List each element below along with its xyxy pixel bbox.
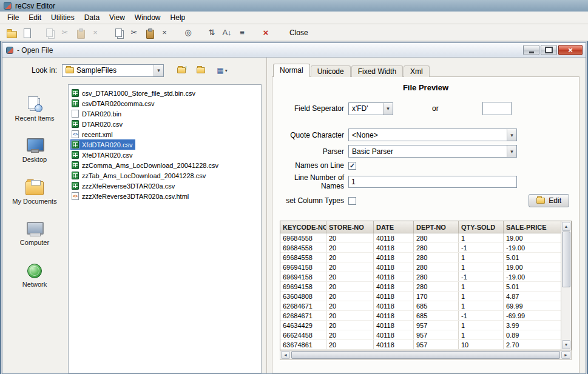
sort-icon[interactable]: A↓ <box>220 25 234 40</box>
view-menu-button[interactable]: ▦ ▾ <box>212 64 232 77</box>
table-row[interactable]: 636748612040118957102.70 <box>280 340 561 350</box>
paste-record-icon[interactable] <box>142 25 157 40</box>
tab-normal[interactable]: Normal <box>273 64 310 77</box>
chevron-down-icon[interactable]: ▾ <box>507 129 516 141</box>
record-layout-icon[interactable]: ≡ <box>235 25 249 40</box>
parser-combobox[interactable]: Basic Parser ▾ <box>348 145 517 158</box>
minimize-button[interactable] <box>523 45 539 55</box>
table-cell: 66624458 <box>280 330 326 339</box>
place-documents[interactable]: My Documents <box>4 176 66 209</box>
open-file-icon[interactable] <box>4 25 18 40</box>
menu-data[interactable]: Data <box>79 12 104 24</box>
scroll-down-icon[interactable]: ▼ <box>562 340 570 349</box>
column-header[interactable]: QTY-SOLD <box>459 221 504 233</box>
new-file-icon[interactable] <box>19 25 33 40</box>
look-in-combobox[interactable]: SampleFiles ▾ <box>62 64 164 77</box>
cut-icon[interactable]: ✂ <box>58 25 72 40</box>
find-icon[interactable]: ◎ <box>181 25 195 40</box>
file-list[interactable]: csv_DTAR1000_Store_file_std.bin.csvcsvDT… <box>68 84 262 373</box>
column-header[interactable]: DEPT-NO <box>414 221 459 233</box>
paste-icon[interactable] <box>73 25 87 40</box>
menu-edit[interactable]: Edit <box>24 12 46 24</box>
place-desktop[interactable]: Desktop <box>4 135 66 167</box>
column-header[interactable]: DATE <box>374 221 414 233</box>
file-item[interactable]: XfdDTAR020.csv <box>70 139 135 150</box>
table-row[interactable]: 69694158204011828015.01 <box>280 282 561 292</box>
close-file-icon[interactable]: × <box>259 25 273 40</box>
column-header[interactable]: SALE-PRICE <box>504 221 561 233</box>
table-row[interactable]: 69684558204011828015.01 <box>280 253 561 262</box>
table-row[interactable]: 66624458204011895710.89 <box>280 330 561 340</box>
table-row[interactable]: 696941582040118280-1-19.00 <box>280 272 561 282</box>
vertical-scroll-thumb[interactable] <box>562 232 570 287</box>
vertical-scroll-track[interactable] <box>561 287 571 339</box>
column-header[interactable]: KEYCODE-NO <box>280 221 326 233</box>
tab-xml[interactable]: Xml <box>404 65 430 77</box>
chevron-down-icon[interactable]: ▾ <box>507 145 516 157</box>
close-window-button[interactable] <box>558 45 583 55</box>
menu-window[interactable]: Window <box>130 12 166 24</box>
horizontal-scroll-thumb[interactable] <box>291 351 560 359</box>
line-number-input[interactable] <box>348 176 517 188</box>
file-item[interactable]: DTAR020.csv <box>70 119 125 129</box>
column-header[interactable]: STORE-NO <box>326 221 374 233</box>
file-item[interactable]: zzzXfeReverse3DTAR020a.csv.html <box>70 191 191 201</box>
chevron-down-icon[interactable]: ▾ <box>154 65 163 76</box>
place-network[interactable]: Network <box>4 259 66 292</box>
scroll-right-icon[interactable]: ► <box>561 351 570 359</box>
delete-icon[interactable]: × <box>88 25 103 40</box>
new-folder-button[interactable] <box>193 64 209 77</box>
place-computer[interactable]: Computer <box>4 218 66 250</box>
tab-unicode[interactable]: Unicode <box>311 65 351 77</box>
table-row[interactable]: 63604808204011817014.87 <box>280 292 561 301</box>
delete-record-icon[interactable]: × <box>157 25 172 40</box>
table-cell: 40118 <box>374 262 414 272</box>
table-vertical-scrollbar[interactable]: ▲ ▼ <box>561 221 571 350</box>
menu-view[interactable]: View <box>104 12 130 24</box>
file-item[interactable]: zzzXfeReverse3DTAR020a.csv <box>70 181 177 191</box>
set-column-types-checkbox[interactable] <box>348 197 356 205</box>
copy-record-icon[interactable] <box>112 25 126 40</box>
move-rows-icon[interactable]: ⇅ <box>204 25 219 40</box>
file-item[interactable]: zzTab_Ams_LocDownload_20041228.csv <box>70 170 208 181</box>
tab-fixed-width[interactable]: Fixed Width <box>351 65 403 77</box>
csv-file-icon <box>72 172 79 179</box>
bin-file-icon <box>72 110 79 118</box>
names-on-line-checkbox[interactable] <box>348 162 356 170</box>
scroll-left-icon[interactable]: ◄ <box>281 351 290 359</box>
table-row[interactable]: 696845582040118280119.00 <box>280 233 561 243</box>
up-one-level-button[interactable]: ↑ <box>174 64 189 77</box>
file-item[interactable]: csvDTAR020comma.csv <box>70 98 157 109</box>
menu-utilities[interactable]: Utilities <box>46 12 79 24</box>
table-row[interactable]: 626846712040118685-1-69.99 <box>280 311 561 321</box>
table-horizontal-scrollbar[interactable]: ◄ ► <box>280 350 572 360</box>
menu-help[interactable]: Help <box>166 12 191 24</box>
edit-button[interactable]: Edit <box>529 194 569 207</box>
dialog-body: Look in: SampleFiles ▾ ↑ <box>2 58 586 373</box>
details-view-icon: ▦ <box>217 66 223 75</box>
quote-character-combobox[interactable]: <None> ▾ <box>348 129 517 141</box>
file-item[interactable]: XfeDTAR020.csv <box>70 150 135 160</box>
file-item[interactable]: DTAR020.bin <box>70 109 124 119</box>
dialog-titlebar[interactable]: - Open File <box>2 43 586 58</box>
scroll-up-icon[interactable]: ▲ <box>562 222 570 231</box>
chevron-down-icon[interactable]: ▾ <box>383 103 393 115</box>
place-recent[interactable]: Recent Items <box>4 93 66 125</box>
cut-record-icon[interactable]: ✂ <box>127 25 141 40</box>
table-row[interactable]: 696845582040118280-1-19.00 <box>280 243 561 253</box>
close-button[interactable]: Close <box>285 27 313 38</box>
copy-icon[interactable] <box>42 25 57 40</box>
table-row[interactable]: 626846712040118685169.99 <box>280 301 561 311</box>
file-item[interactable]: csv_DTAR1000_Store_file_std.bin.csv <box>70 88 198 98</box>
menu-file[interactable]: File <box>2 12 24 24</box>
file-item[interactable]: recent.xml <box>70 129 115 139</box>
table-row[interactable]: 696941582040118280119.00 <box>280 262 561 272</box>
other-separator-input[interactable] <box>482 102 512 115</box>
maximize-button[interactable] <box>541 45 557 55</box>
file-item[interactable]: zzComma_Ams_LocDownload_20041228.csv <box>70 160 221 170</box>
table-cell: 40118 <box>374 272 414 281</box>
table-row[interactable]: 64634429204011895713.99 <box>280 321 561 330</box>
field-separator-combobox[interactable]: x'FD' ▾ <box>348 102 393 115</box>
table-cell: 280 <box>414 262 459 272</box>
csv-file-icon <box>72 141 79 149</box>
